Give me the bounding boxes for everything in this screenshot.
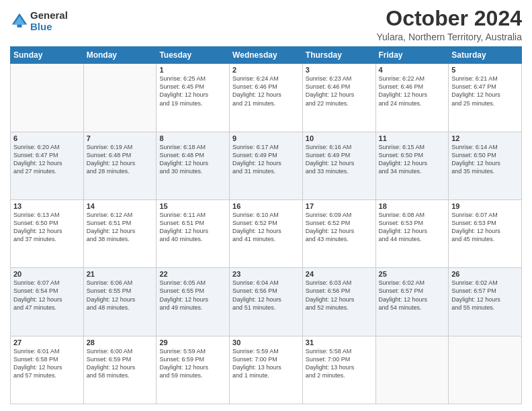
calendar-table: SundayMondayTuesdayWednesdayThursdayFrid… xyxy=(10,46,522,404)
day-info: Sunrise: 6:02 AM Sunset: 6:57 PM Dayligh… xyxy=(379,279,446,312)
calendar-cell: 17Sunrise: 6:09 AM Sunset: 6:52 PM Dayli… xyxy=(302,199,375,267)
day-info: Sunrise: 6:22 AM Sunset: 6:46 PM Dayligh… xyxy=(379,75,446,107)
day-info: Sunrise: 6:19 AM Sunset: 6:48 PM Dayligh… xyxy=(87,143,154,176)
day-info: Sunrise: 6:23 AM Sunset: 6:46 PM Dayligh… xyxy=(306,75,373,107)
day-header-sunday: Sunday xyxy=(11,47,84,64)
day-info: Sunrise: 6:00 AM Sunset: 6:59 PM Dayligh… xyxy=(87,347,154,380)
day-number: 27 xyxy=(13,338,81,347)
logo-text: General Blue xyxy=(30,9,68,32)
logo-icon xyxy=(10,11,29,30)
day-number: 14 xyxy=(87,202,154,210)
day-number: 17 xyxy=(306,202,373,210)
day-number: 12 xyxy=(451,134,519,142)
day-info: Sunrise: 6:21 AM Sunset: 6:47 PM Dayligh… xyxy=(451,75,519,107)
calendar-cell: 9Sunrise: 6:17 AM Sunset: 6:49 PM Daylig… xyxy=(230,132,303,199)
day-number: 19 xyxy=(451,202,519,210)
day-number: 18 xyxy=(379,202,446,210)
day-info: Sunrise: 6:08 AM Sunset: 6:53 PM Dayligh… xyxy=(379,211,446,244)
calendar-cell: 24Sunrise: 6:03 AM Sunset: 6:56 PM Dayli… xyxy=(302,268,375,336)
calendar-cell xyxy=(11,64,84,132)
day-number: 28 xyxy=(87,338,154,347)
calendar-cell: 16Sunrise: 6:10 AM Sunset: 6:52 PM Dayli… xyxy=(230,199,303,267)
day-info: Sunrise: 6:04 AM Sunset: 6:56 PM Dayligh… xyxy=(232,279,300,312)
calendar-cell: 31Sunrise: 5:58 AM Sunset: 7:00 PM Dayli… xyxy=(302,336,375,404)
day-info: Sunrise: 6:11 AM Sunset: 6:51 PM Dayligh… xyxy=(159,211,226,244)
day-number: 24 xyxy=(306,270,373,278)
day-header-saturday: Saturday xyxy=(449,47,522,64)
day-number: 30 xyxy=(232,338,300,347)
calendar-cell: 29Sunrise: 5:59 AM Sunset: 6:59 PM Dayli… xyxy=(157,336,230,404)
day-info: Sunrise: 6:13 AM Sunset: 6:50 PM Dayligh… xyxy=(13,211,81,244)
calendar-cell: 5Sunrise: 6:21 AM Sunset: 6:47 PM Daylig… xyxy=(449,64,522,132)
calendar-cell: 30Sunrise: 5:59 AM Sunset: 7:00 PM Dayli… xyxy=(230,336,303,404)
calendar-cell: 7Sunrise: 6:19 AM Sunset: 6:48 PM Daylig… xyxy=(83,132,157,199)
day-info: Sunrise: 6:07 AM Sunset: 6:53 PM Dayligh… xyxy=(451,211,519,244)
day-header-friday: Friday xyxy=(375,47,449,64)
day-info: Sunrise: 6:06 AM Sunset: 6:55 PM Dayligh… xyxy=(87,279,154,312)
calendar-cell xyxy=(375,336,449,404)
day-header-thursday: Thursday xyxy=(302,47,375,64)
day-number: 16 xyxy=(232,202,300,210)
day-number: 23 xyxy=(232,270,300,278)
calendar-cell: 21Sunrise: 6:06 AM Sunset: 6:55 PM Dayli… xyxy=(83,268,157,336)
day-number: 31 xyxy=(306,338,373,347)
calendar-week-row: 20Sunrise: 6:07 AM Sunset: 6:54 PM Dayli… xyxy=(11,268,522,336)
calendar-cell: 3Sunrise: 6:23 AM Sunset: 6:46 PM Daylig… xyxy=(302,64,375,132)
calendar-cell: 4Sunrise: 6:22 AM Sunset: 6:46 PM Daylig… xyxy=(375,64,449,132)
day-number: 21 xyxy=(87,270,154,278)
calendar-cell: 6Sunrise: 6:20 AM Sunset: 6:47 PM Daylig… xyxy=(11,132,84,199)
day-info: Sunrise: 6:17 AM Sunset: 6:49 PM Dayligh… xyxy=(232,143,300,176)
day-info: Sunrise: 6:02 AM Sunset: 6:57 PM Dayligh… xyxy=(451,279,519,312)
day-number: 9 xyxy=(232,134,300,142)
day-header-wednesday: Wednesday xyxy=(230,47,303,64)
day-number: 7 xyxy=(87,134,154,142)
calendar-cell: 18Sunrise: 6:08 AM Sunset: 6:53 PM Dayli… xyxy=(375,199,449,267)
day-info: Sunrise: 5:59 AM Sunset: 6:59 PM Dayligh… xyxy=(159,347,226,380)
calendar-cell: 26Sunrise: 6:02 AM Sunset: 6:57 PM Dayli… xyxy=(449,268,522,336)
day-number: 29 xyxy=(159,338,226,347)
day-number: 5 xyxy=(451,66,519,74)
calendar-cell: 25Sunrise: 6:02 AM Sunset: 6:57 PM Dayli… xyxy=(375,268,449,336)
calendar-week-row: 27Sunrise: 6:01 AM Sunset: 6:58 PM Dayli… xyxy=(11,336,522,404)
day-number: 20 xyxy=(13,270,81,278)
day-info: Sunrise: 6:25 AM Sunset: 6:45 PM Dayligh… xyxy=(159,75,226,107)
day-info: Sunrise: 6:12 AM Sunset: 6:51 PM Dayligh… xyxy=(87,211,154,244)
day-number: 4 xyxy=(379,66,446,74)
day-number: 8 xyxy=(159,134,226,142)
page: General Blue October 2024 Yulara, Northe… xyxy=(0,0,532,411)
day-info: Sunrise: 6:18 AM Sunset: 6:48 PM Dayligh… xyxy=(159,143,226,176)
day-number: 13 xyxy=(13,202,81,210)
calendar-week-row: 13Sunrise: 6:13 AM Sunset: 6:50 PM Dayli… xyxy=(11,199,522,267)
calendar-week-row: 1Sunrise: 6:25 AM Sunset: 6:45 PM Daylig… xyxy=(11,64,522,132)
day-number: 26 xyxy=(451,270,519,278)
day-info: Sunrise: 5:58 AM Sunset: 7:00 PM Dayligh… xyxy=(306,347,373,380)
day-info: Sunrise: 6:15 AM Sunset: 6:50 PM Dayligh… xyxy=(379,143,446,176)
day-info: Sunrise: 6:05 AM Sunset: 6:55 PM Dayligh… xyxy=(159,279,226,312)
day-header-tuesday: Tuesday xyxy=(157,47,230,64)
day-info: Sunrise: 6:14 AM Sunset: 6:50 PM Dayligh… xyxy=(451,143,519,176)
title-block: October 2024 Yulara, Northern Territory,… xyxy=(376,7,522,42)
day-header-monday: Monday xyxy=(83,47,157,64)
calendar-cell: 14Sunrise: 6:12 AM Sunset: 6:51 PM Dayli… xyxy=(83,199,157,267)
day-info: Sunrise: 6:01 AM Sunset: 6:58 PM Dayligh… xyxy=(13,347,81,380)
calendar-cell: 10Sunrise: 6:16 AM Sunset: 6:49 PM Dayli… xyxy=(302,132,375,199)
day-info: Sunrise: 6:16 AM Sunset: 6:49 PM Dayligh… xyxy=(306,143,373,176)
calendar-cell: 20Sunrise: 6:07 AM Sunset: 6:54 PM Dayli… xyxy=(11,268,84,336)
day-info: Sunrise: 6:07 AM Sunset: 6:54 PM Dayligh… xyxy=(13,279,81,312)
logo: General Blue xyxy=(10,9,68,32)
calendar-cell: 11Sunrise: 6:15 AM Sunset: 6:50 PM Dayli… xyxy=(375,132,449,199)
calendar-cell xyxy=(83,64,157,132)
day-number: 6 xyxy=(13,134,81,142)
calendar-cell: 27Sunrise: 6:01 AM Sunset: 6:58 PM Dayli… xyxy=(11,336,84,404)
day-number: 22 xyxy=(159,270,226,278)
calendar-header-row: SundayMondayTuesdayWednesdayThursdayFrid… xyxy=(11,47,522,64)
svg-rect-2 xyxy=(17,25,22,28)
calendar-cell: 12Sunrise: 6:14 AM Sunset: 6:50 PM Dayli… xyxy=(449,132,522,199)
day-number: 15 xyxy=(159,202,226,210)
header: General Blue October 2024 Yulara, Northe… xyxy=(10,7,522,42)
calendar-week-row: 6Sunrise: 6:20 AM Sunset: 6:47 PM Daylig… xyxy=(11,132,522,199)
day-number: 10 xyxy=(306,134,373,142)
day-info: Sunrise: 6:03 AM Sunset: 6:56 PM Dayligh… xyxy=(306,279,373,312)
day-number: 1 xyxy=(159,66,226,74)
day-info: Sunrise: 6:20 AM Sunset: 6:47 PM Dayligh… xyxy=(13,143,81,176)
